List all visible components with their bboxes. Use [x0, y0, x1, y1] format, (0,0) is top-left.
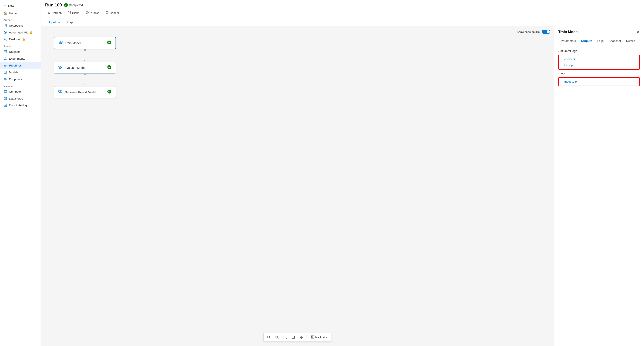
file-item-model-zip: model.zip ↓: [559, 78, 639, 85]
completed-icon: ✓: [64, 3, 68, 7]
generate-report-icon: [58, 89, 62, 95]
evaluate-model-node[interactable]: Evaluate Model: [54, 62, 116, 74]
clone-button[interactable]: Clone: [65, 10, 82, 16]
sidebar-item-experiments[interactable]: Experiments: [0, 55, 40, 62]
assets-section-label: Assets: [0, 43, 40, 48]
sidebar-item-label: Models: [9, 71, 18, 74]
new-button[interactable]: ＋ New: [0, 2, 40, 10]
clone-icon: [68, 11, 71, 15]
publish-label: Publish: [90, 11, 100, 14]
generate-report-node[interactable]: Generate Report Model: [54, 86, 116, 98]
sidebar-item-label: Datastores: [9, 97, 23, 100]
azureml-logs-section[interactable]: › azureml-logs: [558, 48, 640, 54]
log-zip-link[interactable]: log.zip: [564, 64, 573, 67]
navigator-button[interactable]: Navigator: [308, 335, 330, 340]
sidebar-item-pipelines[interactable]: Pipelines: [0, 62, 40, 69]
run-title: Run 109: [45, 2, 62, 7]
sidebar-item-notebooks[interactable]: Notebooks: [0, 22, 40, 29]
fit-view-button[interactable]: [290, 334, 296, 341]
svg-rect-71: [292, 336, 294, 339]
panel-tab-details[interactable]: Details: [624, 37, 638, 45]
panel-header: Train Model ✕: [554, 26, 644, 37]
svg-point-28: [4, 97, 7, 98]
plus-icon: ＋: [4, 3, 7, 8]
sidebar-item-label: Data Labeling: [9, 104, 27, 107]
tab-pipeline[interactable]: Pipeline: [45, 19, 64, 26]
svg-point-53: [107, 65, 111, 69]
zoom-in-button[interactable]: [273, 334, 280, 341]
panel-tab-logs[interactable]: Logs: [595, 37, 606, 45]
move-tool-button[interactable]: [298, 334, 305, 341]
svg-rect-73: [311, 336, 312, 337]
main-tabs: Pipeline Logs: [41, 16, 644, 26]
svg-rect-38: [59, 41, 60, 43]
pipelines-icon: [4, 63, 7, 67]
check-zip-link[interactable]: check.zip: [564, 57, 576, 61]
chevron-right-icon: ›: [558, 49, 559, 52]
svg-point-5: [5, 38, 6, 39]
sidebar-item-home[interactable]: 🏠 Home: [0, 10, 40, 16]
datastores-icon: [4, 96, 7, 100]
svg-rect-46: [58, 66, 60, 67]
page-header: Run 109 ✓ Completed ↻ Refresh Clone: [41, 0, 644, 16]
sidebar-item-datastores[interactable]: Datastores: [0, 95, 40, 102]
sidebar-item-label: Automated ML: [9, 31, 28, 34]
train-model-node[interactable]: Train Model: [54, 37, 116, 49]
lock-icon: 🔒: [30, 31, 33, 34]
generate-report-check-icon: [107, 89, 112, 95]
clone-label: Clone: [72, 11, 80, 14]
header-top: Run 109 ✓ Completed: [45, 2, 640, 7]
panel-close-button[interactable]: ✕: [636, 29, 640, 37]
download-check-zip-button[interactable]: ↓: [637, 57, 639, 61]
sidebar-item-label: Designer: [9, 38, 20, 41]
chevron-right-icon-2: ›: [558, 72, 559, 75]
refresh-button[interactable]: ↻ Refresh: [45, 10, 64, 16]
tab-logs[interactable]: Logs: [64, 19, 77, 26]
zoom-out-button[interactable]: [282, 334, 288, 341]
sidebar-item-automated-ml[interactable]: Automated ML 🔒: [0, 29, 40, 36]
cancel-button[interactable]: Cancel: [103, 10, 121, 16]
model-zip-link[interactable]: model.zip: [564, 80, 577, 83]
sidebar-item-label: Endpoints: [9, 78, 22, 81]
pipeline-canvas[interactable]: Show node details Train Model: [41, 26, 554, 346]
pipeline-nodes: Train Model ▼: [54, 37, 116, 98]
svg-rect-55: [60, 90, 62, 92]
svg-rect-33: [68, 12, 70, 14]
publish-icon: [86, 11, 89, 15]
download-log-zip-button[interactable]: ↓: [637, 63, 639, 67]
svg-point-61: [107, 90, 111, 93]
refresh-icon: ↻: [48, 11, 50, 15]
svg-rect-39: [61, 41, 62, 43]
status-badge: ✓ Completed: [64, 3, 83, 7]
experiments-icon: [4, 57, 7, 60]
panel-content: › azureml-logs check.zip ↓ log.zip ↓: [554, 45, 644, 346]
sidebar-item-label: Home: [9, 11, 17, 15]
toolbar-divider: [306, 335, 307, 339]
svg-rect-24: [4, 91, 6, 92]
sidebar-item-models[interactable]: Models: [0, 69, 40, 76]
svg-point-4: [4, 31, 7, 34]
sidebar-item-endpoints[interactable]: Endpoints: [0, 76, 40, 83]
sidebar-item-compute[interactable]: Compute: [0, 88, 40, 95]
panel-tab-snapshot[interactable]: Snapshot: [606, 37, 624, 45]
publish-button[interactable]: Publish: [83, 10, 102, 16]
train-model-icon: [58, 40, 63, 46]
author-section-label: Author: [0, 16, 40, 22]
logs-files-box: model.zip ↓: [558, 77, 640, 86]
datasets-icon: [4, 50, 7, 54]
sidebar-item-label: Pipelines: [9, 64, 22, 67]
cancel-icon: [106, 11, 109, 15]
panel-tab-parameters[interactable]: Parameters: [558, 37, 578, 45]
panel-tab-outputs[interactable]: Outputs: [578, 37, 595, 45]
sidebar-item-data-labeling[interactable]: Data Labeling: [0, 102, 40, 109]
designer-icon: [4, 37, 7, 41]
node-details-toggle[interactable]: [542, 29, 550, 34]
sidebar-item-datasets[interactable]: Datasets: [0, 48, 40, 55]
download-model-zip-button[interactable]: ↓: [637, 80, 639, 83]
sidebar-item-designer[interactable]: Designer 🔒: [0, 36, 40, 43]
node-details-bar: Show node details: [517, 29, 550, 34]
logs-section[interactable]: › logs: [558, 70, 640, 77]
right-panel: Train Model ✕ Parameters Outputs Logs Sn…: [554, 26, 644, 346]
train-model-label: Train Model: [65, 41, 80, 45]
search-tool-button[interactable]: [265, 334, 272, 341]
